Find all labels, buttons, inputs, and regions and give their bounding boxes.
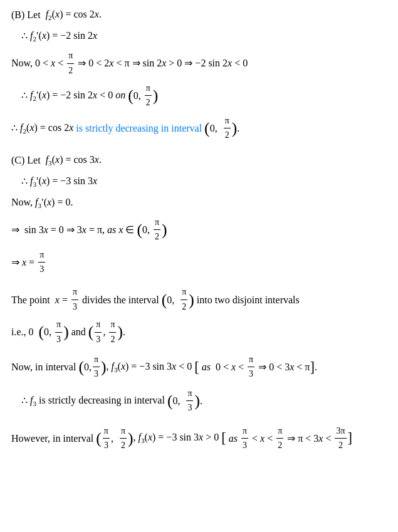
divides-text: divides the interval: [80, 292, 162, 308]
f2-prime-formula: f2′(x) = −2 sin 2x: [30, 28, 97, 45]
open-paren-4: (: [162, 292, 167, 308]
frac-pi-2-c2: π 2: [181, 285, 187, 314]
section-C-header: (C) Let f3(x) = cos 3x.: [11, 152, 387, 169]
frac-pi-2-c1: π 2: [154, 216, 160, 244]
section-C-ie-line: i.e., 0 ( 0, π 3 ) and ( π 3 , π 2 ) .: [11, 318, 387, 347]
section-C-f3-def: f3(x) = cos 3x.: [46, 152, 102, 169]
therefore-symbol-2: ∴: [21, 88, 30, 104]
section-B-now-line: Now, 0 < x < π 2 ⇒ 0 < 2x < π ⇒ sin 2x >…: [11, 49, 387, 78]
open-paren-9: (: [96, 430, 102, 447]
section-C-however-line: However, in interval ( π 3 , π 2 ) , f3(…: [11, 424, 387, 453]
close-paren-9: ): [128, 430, 134, 447]
frac-pi-3-c9: π 3: [241, 424, 248, 453]
section-C-now-line: Now, f3′(x) = 0.: [11, 194, 387, 212]
frac-pi-3-c8: π 3: [103, 424, 110, 453]
open-paren-2: (: [204, 120, 210, 137]
section-C: (C) Let f3(x) = cos 3x. ∴ f3′(x) = −3 si…: [11, 152, 387, 453]
close-bracket-1: ]: [310, 360, 314, 374]
frac-pi-2-c3: π 2: [109, 318, 116, 347]
therefore-symbol-4: ∴: [21, 174, 30, 190]
section-B: (B) Let f2(x) = cos 2x. ∴ f2′(x) = −2 si…: [11, 6, 387, 143]
zero-7: 0,: [172, 393, 185, 409]
frac-pi-3-c7: π 3: [186, 387, 193, 415]
zero-label-1: 0,: [134, 88, 144, 104]
close-paren-2: ): [232, 120, 238, 137]
now-text-2: Now, f3′(x) = 0.: [11, 194, 73, 212]
frac-pi-3-c4: π 3: [95, 318, 102, 347]
f3-decreasing-text: f3 is strictly decreasing in interval: [30, 392, 167, 410]
arrow2: ⇒ sin 3x = 0 ⇒ 3x = π, as x ∈: [11, 222, 137, 238]
close-paren-3: ): [162, 222, 167, 238]
zero-6: 0,: [84, 359, 92, 375]
period-2: .: [123, 324, 125, 340]
section-C-point-line: The point x = π 3 divides the interval (…: [11, 285, 387, 314]
section-B-header: (B) Let f2(x) = cos 2x.: [11, 6, 387, 24]
arrow1: ⇒ 0 < 2x < π ⇒ sin 2x > 0 ⇒ −2 sin 2x < …: [75, 55, 248, 71]
f2-decreasing-text: is strictly decreasing in interval: [73, 120, 204, 137]
section-C-therefore-decreasing: ∴ f3 is strictly decreasing in interval …: [21, 387, 387, 415]
zero-4: 0,: [167, 292, 179, 308]
period-4: .: [200, 393, 202, 409]
ie-text: i.e., 0: [11, 324, 39, 340]
frac-pi-3-c2: π 3: [71, 285, 78, 314]
as-text-2: as: [226, 430, 240, 447]
open-paren-5: (: [39, 324, 45, 340]
open-paren-3: (: [137, 222, 142, 238]
open-paren-6: (: [88, 324, 94, 340]
arrow3: ⇒ x =: [11, 254, 37, 271]
arrow4: ⇒ 0 < 3x < π: [256, 359, 310, 375]
f2-conclusion-text: f2(x) = cos 2x: [20, 120, 73, 137]
section-B-conclusion: ∴ f2(x) = cos 2x is strictly decreasing …: [11, 114, 387, 143]
frac-pi-2-c4: π 2: [120, 424, 127, 453]
section-C-label: (C) Let: [11, 152, 46, 169]
close-paren-4: ): [189, 292, 194, 308]
comma-4: , f3(x) = −3 sin 3x > 0: [134, 429, 222, 447]
into-text: into two disjoint intervals: [194, 292, 300, 308]
period-1: .: [237, 120, 239, 137]
point-text: The point x =: [11, 292, 70, 308]
now-text-1: Now, 0 < x <: [11, 55, 66, 71]
and-text: and: [69, 324, 88, 340]
open-bracket-2: [: [221, 431, 226, 445]
section-B-derivative: ∴ f2′(x) = −2 sin 2x: [21, 28, 387, 45]
open-paren-7: (: [78, 359, 84, 375]
now-text-3: Now, in interval: [11, 359, 78, 375]
comma-2: , f3(x) = −3 sin 3x < 0: [107, 358, 195, 376]
frac-pi-3-c1: π 3: [38, 248, 45, 277]
section-B-f2-def: f2(x) = cos 2x.: [46, 6, 102, 24]
f2-prime-negative: f2′(x) = −2 sin 2x < 0 on: [30, 87, 128, 105]
zero-5: 0,: [44, 324, 54, 340]
section-C-derivative: ∴ f3′(x) = −3 sin 3x: [21, 173, 387, 190]
frac-pi-2-b3: π 2: [224, 114, 231, 143]
close-paren-1: ): [153, 88, 159, 104]
close-paren-5: ): [63, 324, 69, 340]
arrow6: ⇒ π < 3x <: [285, 430, 333, 447]
comma-3: ,: [111, 430, 118, 447]
open-paren-8: (: [167, 393, 173, 409]
close-paren-7: ): [101, 359, 107, 375]
frac-pi-2-b2: π 2: [145, 81, 152, 110]
frac-pi-2-c5: π 2: [276, 424, 283, 453]
close-paren-8: ): [194, 393, 200, 409]
section-C-sin3x-line: ⇒ sin 3x = 0 ⇒ 3x = π, as x ∈ ( 0, π 2 ): [11, 216, 387, 244]
however-text: However, in interval: [11, 430, 96, 447]
comma-1: ,: [103, 324, 108, 340]
f3-prime-formula: f3′(x) = −3 sin 3x: [30, 173, 97, 190]
zero-2: 0,: [210, 120, 223, 137]
period-3: .: [315, 359, 317, 375]
close-bracket-2: ]: [348, 431, 352, 445]
frac-pi-3-c5: π 3: [93, 353, 100, 382]
section-B-therefore-line: ∴ f2′(x) = −2 sin 2x < 0 on ( 0, π 2 ): [21, 81, 387, 110]
section-C-x-pi3-line: ⇒ x = π 3: [11, 248, 387, 277]
therefore-symbol-5: ∴: [21, 393, 30, 409]
therefore-symbol-1: ∴: [21, 28, 30, 44]
zero-3: 0,: [142, 222, 152, 238]
open-paren-1: (: [128, 88, 134, 104]
close-paren-6: ): [117, 324, 123, 340]
frac-3pi-2: 3π 2: [335, 424, 346, 453]
frac-pi-3-c6: π 3: [248, 353, 254, 382]
open-bracket-1: [: [194, 360, 199, 374]
frac-pi-2-b1: π 2: [67, 49, 74, 78]
arrow5: < x <: [249, 430, 275, 447]
section-C-now-interval-line: Now, in interval ( 0, π 3 ) , f3(x) = −3…: [11, 353, 387, 382]
